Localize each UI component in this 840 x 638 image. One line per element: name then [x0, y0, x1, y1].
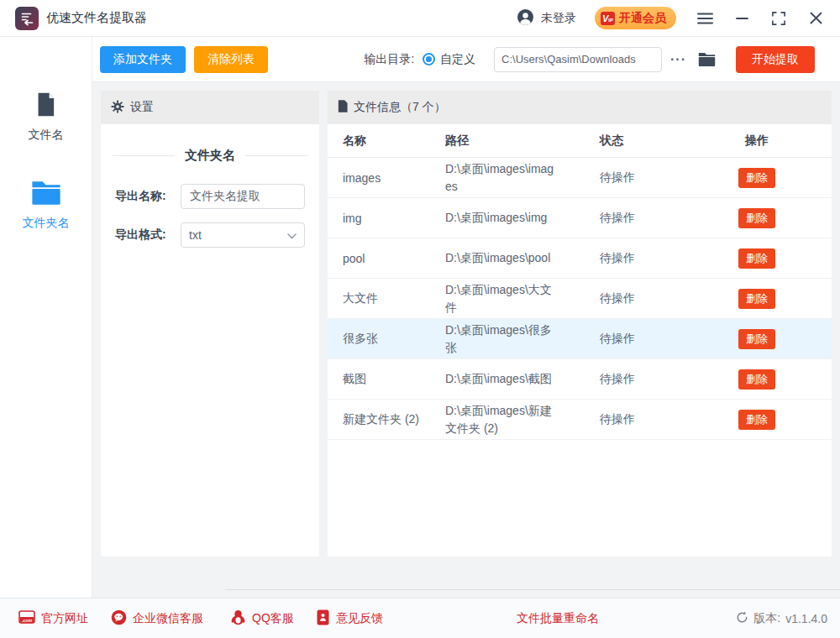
sidebar-item-foldername[interactable]: 文件夹名 — [0, 180, 92, 231]
file-info-header-label: 文件信息（7 个） — [354, 100, 446, 115]
menu-icon[interactable] — [696, 10, 713, 27]
open-vip-button[interactable]: VIP 开通会员 — [595, 7, 676, 29]
custom-radio[interactable] — [423, 53, 435, 65]
row-name: pool — [328, 252, 445, 265]
batch-rename-link[interactable]: 文件批量重命名 — [517, 599, 599, 638]
browse-folder-icon[interactable] — [698, 52, 716, 67]
export-name-input[interactable] — [181, 184, 305, 209]
document-icon — [338, 100, 348, 115]
export-format-select[interactable]: txt — [181, 222, 305, 248]
footer: .com 官方网址 企业微信客服 — [0, 598, 840, 638]
user-icon — [517, 8, 534, 29]
col-name: 名称 — [328, 133, 445, 149]
col-path: 路径 — [445, 132, 581, 149]
maximize-icon[interactable] — [770, 10, 787, 27]
file-info-header: 文件信息（7 个） — [328, 91, 832, 124]
settings-panel: 设置 文件夹名 导出名称: 导出格式: — [101, 91, 319, 557]
qq-icon — [230, 609, 246, 628]
row-path: D:\桌面\images\很多张 — [445, 322, 581, 356]
close-icon[interactable] — [807, 10, 824, 27]
clear-list-button[interactable]: 清除列表 — [194, 46, 268, 73]
export-name-label: 导出名称: — [115, 189, 181, 204]
settings-panel-header: 设置 — [101, 91, 319, 124]
row-status: 待操作 — [581, 251, 682, 266]
svg-text:.com: .com — [22, 618, 33, 623]
row-path: D:\桌面\images\images — [445, 160, 581, 195]
delete-button[interactable]: 删除 — [738, 410, 775, 430]
custom-radio-label: 自定义 — [440, 52, 475, 67]
col-action: 操作 — [682, 133, 832, 149]
version-number: v1.1.4.0 — [785, 612, 827, 625]
sidebar-item-label: 文件名 — [29, 128, 64, 143]
file-info-panel: 文件信息（7 个） 名称 路径 状态 操作 images D:\桌面\image… — [328, 91, 832, 557]
minimize-icon[interactable] — [733, 10, 750, 27]
table-row[interactable]: img D:\桌面\images\img 待操作 删除 — [328, 198, 832, 238]
login-status[interactable]: 未登录 — [517, 8, 576, 29]
sidebar-item-label: 文件夹名 — [23, 216, 70, 231]
table-row[interactable]: 新建文件夹 (2) D:\桌面\images\新建文件夹 (2) 待操作 删除 — [328, 400, 832, 440]
row-path: D:\桌面\images\大文件 — [445, 281, 581, 316]
wechat-icon — [111, 609, 127, 628]
row-name: img — [328, 212, 445, 225]
app-window: 优速文件名提取器 未登录 VIP 开通会员 — [0, 0, 840, 638]
table-row[interactable]: 很多张 D:\桌面\images\很多张 待操作 删除 — [328, 319, 832, 359]
settings-header-label: 设置 — [130, 100, 154, 115]
folder-icon — [31, 180, 61, 209]
update-icon[interactable] — [736, 611, 748, 626]
app-title: 优速文件名提取器 — [46, 10, 147, 26]
col-status: 状态 — [581, 133, 682, 149]
delete-button[interactable]: 删除 — [738, 369, 775, 390]
output-dir-label: 输出目录: — [364, 52, 414, 67]
app-logo-icon — [15, 7, 39, 30]
row-path: D:\桌面\images\截图 — [445, 370, 581, 387]
row-status: 待操作 — [581, 291, 682, 306]
table-row[interactable]: 截图 D:\桌面\images\截图 待操作 删除 — [328, 359, 832, 400]
delete-button[interactable]: 删除 — [738, 168, 775, 188]
file-table-body: images D:\桌面\images\images 待操作 删除 img D:… — [328, 158, 832, 440]
chevron-down-icon — [287, 228, 297, 242]
table-row[interactable]: images D:\桌面\images\images 待操作 删除 — [328, 158, 832, 198]
row-name: 新建文件夹 (2) — [328, 412, 445, 427]
output-path-input[interactable] — [494, 47, 662, 72]
vip-icon: VIP — [601, 12, 615, 25]
delete-button[interactable]: 删除 — [738, 289, 775, 309]
export-format-label: 导出格式: — [115, 227, 181, 243]
start-extract-button[interactable]: 开始提取 — [736, 46, 815, 73]
row-status: 待操作 — [581, 170, 682, 186]
title-bar: 优速文件名提取器 未登录 VIP 开通会员 — [0, 0, 840, 37]
version-info: 版本: v1.1.4.0 — [736, 599, 827, 638]
row-name: 大文件 — [328, 291, 445, 306]
delete-button[interactable]: 删除 — [738, 329, 775, 349]
row-name: images — [328, 171, 445, 185]
table-row[interactable]: pool D:\桌面\images\pool 待操作 删除 — [328, 238, 832, 279]
row-status: 待操作 — [581, 412, 682, 427]
browse-dots-button[interactable]: ··· — [669, 50, 688, 69]
file-icon — [32, 91, 60, 121]
row-status: 待操作 — [581, 332, 682, 347]
sidebar: 文件名 文件夹名 — [0, 37, 92, 598]
toolbar: 添加文件夹 清除列表 输出目录: 自定义 ··· 开始提取 — [92, 37, 840, 82]
wechat-support-link[interactable]: 企业微信客服 — [111, 599, 203, 638]
row-path: D:\桌面\images\新建文件夹 (2) — [445, 402, 581, 437]
feedback-link[interactable]: 意见反馈 — [316, 599, 383, 638]
gear-icon — [111, 100, 124, 116]
settings-section-title: 文件夹名 — [113, 148, 307, 164]
delete-button[interactable]: 删除 — [738, 208, 775, 228]
official-website-link[interactable]: .com 官方网址 — [18, 599, 88, 638]
divider-line — [225, 589, 840, 590]
qq-support-link[interactable]: QQ客服 — [230, 599, 294, 638]
sidebar-item-filename[interactable]: 文件名 — [0, 91, 92, 143]
row-path: D:\桌面\images\pool — [445, 249, 581, 266]
content-body: 设置 文件夹名 导出名称: 导出格式: — [92, 82, 840, 598]
delete-button[interactable]: 删除 — [738, 248, 775, 269]
row-name: 截图 — [328, 372, 445, 387]
table-row[interactable]: 大文件 D:\桌面\images\大文件 待操作 删除 — [328, 279, 832, 319]
add-folder-button[interactable]: 添加文件夹 — [100, 46, 186, 73]
row-status: 待操作 — [581, 372, 682, 387]
row-status: 待操作 — [581, 211, 682, 226]
website-icon: .com — [18, 609, 35, 627]
row-path: D:\桌面\images\img — [445, 209, 581, 226]
feedback-icon — [316, 609, 330, 628]
table-header-row: 名称 路径 状态 操作 — [328, 124, 832, 158]
row-name: 很多张 — [328, 332, 445, 347]
